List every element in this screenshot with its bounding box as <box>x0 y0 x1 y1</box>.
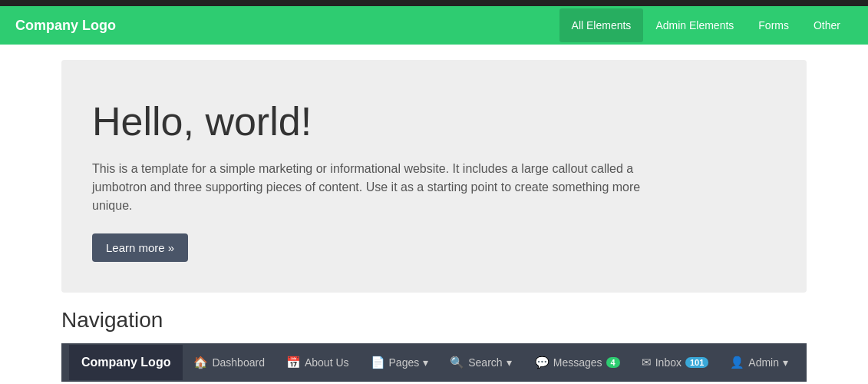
bottom-nav-search[interactable]: 🔍 Search ▾ <box>439 343 522 382</box>
search-icon: 🔍 <box>450 356 464 369</box>
bottom-nav-dashboard[interactable]: 🏠 Dashboard <box>183 343 276 382</box>
bottom-navbar: Company Logo 🏠 Dashboard 📅 About Us 📄 Pa… <box>61 343 807 382</box>
nav-link-other[interactable]: Other <box>801 8 853 42</box>
messages-label: Messages <box>553 356 602 369</box>
bottom-nav-left: Company Logo 🏠 Dashboard 📅 About Us 📄 Pa… <box>69 343 523 382</box>
pages-label: Pages <box>389 356 420 369</box>
messages-icon: 💬 <box>535 356 550 369</box>
pages-dropdown-icon: ▾ <box>423 356 428 369</box>
inbox-icon: ✉ <box>642 356 652 369</box>
about-label: About Us <box>305 356 349 369</box>
nav-link-all-elements[interactable]: All Elements <box>559 8 644 42</box>
nav-section: Navigation Company Logo 🏠 Dashboard 📅 Ab… <box>61 308 807 382</box>
bottom-brand[interactable]: Company Logo <box>69 345 183 380</box>
nav-link-forms[interactable]: Forms <box>746 8 801 42</box>
pages-icon: 📄 <box>371 356 385 369</box>
top-brand[interactable]: Company Logo <box>15 18 116 34</box>
bottom-nav-right: 💬 Messages 4 ✉ Inbox 101 👤 Admin ▾ <box>524 343 799 382</box>
user-icon: 👤 <box>730 356 744 369</box>
top-navbar: Company Logo All Elements Admin Elements… <box>0 6 868 45</box>
navigation-heading: Navigation <box>61 308 807 333</box>
bottom-nav-pages[interactable]: 📄 Pages ▾ <box>360 343 440 382</box>
inbox-badge: 101 <box>685 357 708 368</box>
jumbotron-description: This is a template for a simple marketin… <box>92 160 675 215</box>
jumbotron: Hello, world! This is a template for a s… <box>61 60 807 293</box>
top-bar <box>0 0 868 6</box>
search-dropdown-icon: ▾ <box>507 356 512 369</box>
bottom-nav-admin[interactable]: 👤 Admin ▾ <box>719 343 799 382</box>
bottom-nav-messages[interactable]: 💬 Messages 4 <box>524 343 631 382</box>
messages-badge: 4 <box>606 357 620 368</box>
calendar-icon: 📅 <box>286 356 301 369</box>
learn-more-button[interactable]: Learn more » <box>92 233 188 262</box>
search-label: Search <box>468 356 502 369</box>
jumbotron-heading: Hello, world! <box>92 98 776 144</box>
bottom-nav-inbox[interactable]: ✉ Inbox 101 <box>631 343 720 382</box>
home-icon: 🏠 <box>193 356 208 369</box>
dashboard-label: Dashboard <box>212 356 265 369</box>
inbox-label: Inbox <box>655 356 682 369</box>
admin-label: Admin <box>748 356 779 369</box>
admin-dropdown-icon: ▾ <box>783 356 788 369</box>
bottom-nav-about[interactable]: 📅 About Us <box>276 343 360 382</box>
top-nav-links: All Elements Admin Elements Forms Other <box>559 8 853 42</box>
nav-link-admin-elements[interactable]: Admin Elements <box>643 8 746 42</box>
